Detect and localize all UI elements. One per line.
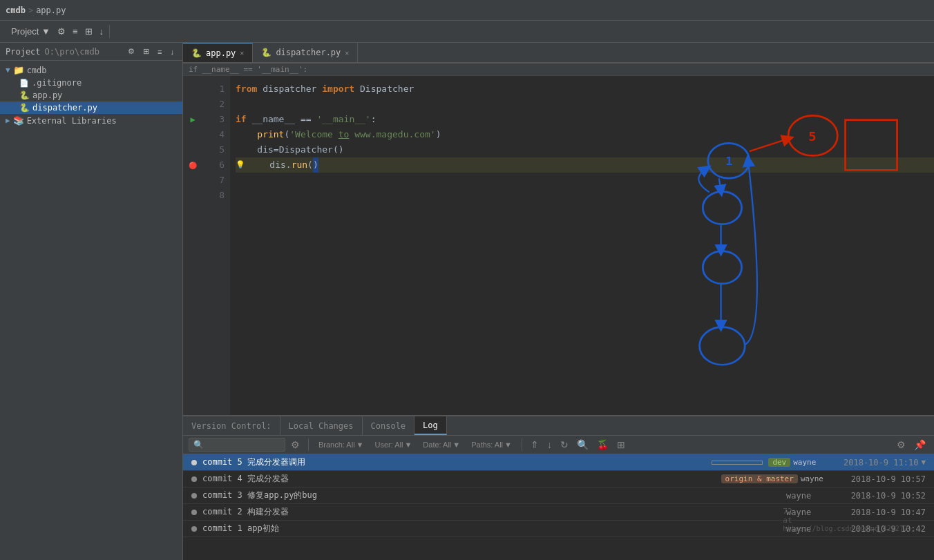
code-content[interactable]: from dispatcher import Dispatcher if __n… (230, 76, 934, 415)
log-refresh-btn[interactable]: ↻ (557, 438, 571, 452)
log-tags-0: dev wayne (768, 458, 816, 467)
log-settings-btn[interactable]: ⚙ (288, 438, 303, 452)
tab-console[interactable]: Console (363, 416, 415, 435)
log-message-2: commit 3 修复app.py的bug (202, 490, 786, 501)
breadcrumb-text: if __name__ == '__main__': (189, 65, 307, 74)
code-line-2 (236, 97, 934, 112)
tab-dispatcherpy[interactable]: 🐍 dispatcher.py ✕ (253, 43, 358, 62)
tab-icon-dispatcherpy: 🐍 (261, 48, 271, 57)
code-line-6: 💡 dis. run ( ) (236, 157, 934, 173)
sidebar-item-label-extlibs: External Libraries (27, 116, 117, 126)
code-line-7 (236, 173, 934, 188)
code-editor[interactable]: ▶ 🔴 1 2 3 4 5 6 (183, 76, 934, 415)
tag-author-1: wayne (801, 474, 823, 483)
tab-console-label: Console (371, 421, 406, 431)
sidebar-item-label-gitignore: .gitignore (32, 78, 82, 88)
log-date-3: 2018-10-9 10:47 (829, 508, 926, 517)
log-dot-4 (191, 526, 197, 532)
sidebar-item-cmdb[interactable]: ▼ 📁 cmdb (0, 64, 182, 77)
sidebar-item-gitignore[interactable]: 📄 .gitignore (0, 77, 182, 89)
sidebar-settings-btn[interactable]: ⚙ (125, 46, 137, 57)
log-pin-btn[interactable]: 📌 (911, 438, 928, 452)
code-line-3: if __name__ == '__main__' : (236, 112, 934, 127)
breadcrumb: if __name__ == '__main__': (183, 64, 934, 76)
log-date-4: 2018-10-9 10:42 (829, 524, 926, 534)
log-compare-btn[interactable]: ⊞ (614, 438, 628, 452)
log-search-input[interactable] (189, 438, 285, 452)
editor-area: 🐍 app.py ✕ 🐍 dispatcher.py ✕ if __name__… (183, 43, 934, 415)
sidebar-item-dispatcherpy[interactable]: 🐍 dispatcher.py (0, 102, 182, 114)
sidebar-tree: ▼ 📁 cmdb 📄 .gitignore 🐍 app.py 🐍 dispatc… (0, 61, 182, 560)
log-dot-2 (191, 493, 197, 499)
title-sep: > (28, 6, 33, 15)
code-line-1: from dispatcher import Dispatcher (236, 81, 934, 97)
folder-icon: ▼ (6, 66, 10, 75)
project-label: Project (11, 26, 39, 37)
main-layout: Project O:\pro\cmdb ⚙ ⊞ ≡ ↓ ▼ 📁 cmdb 📄 .… (0, 43, 934, 560)
folder-icon-ext: ▶ (6, 116, 10, 125)
tab-close-dispatcherpy[interactable]: ✕ (345, 49, 349, 57)
folder-icon-ext-main: 📚 (13, 115, 24, 126)
tab-log[interactable]: Log (414, 416, 447, 435)
sidebar-header: Project O:\pro\cmdb ⚙ ⊞ ≡ ↓ (0, 43, 182, 61)
sidebar-expand-btn[interactable]: ⊞ (140, 46, 152, 57)
folder-icon-main: 📁 (13, 65, 24, 75)
sidebar-collapse-btn[interactable]: ≡ (155, 46, 164, 57)
gutter-6: 🔴 (183, 157, 202, 173)
log-row-1[interactable]: commit 4 完成分发器 origin & master wayne 201… (183, 471, 934, 487)
log-search-btn[interactable]: 🔍 (574, 438, 591, 452)
log-message-1: commit 4 完成分发器 (202, 473, 721, 485)
log-tags-1: origin & master wayne (721, 474, 823, 483)
log-date-2: 2018-10-9 10:52 (829, 491, 926, 501)
tab-local-changes[interactable]: Local Changes (280, 416, 363, 435)
log-settings2-btn[interactable]: ⚙ (894, 438, 908, 452)
sidebar-item-label-cmdb: cmdb (27, 66, 47, 75)
log-row-3[interactable]: commit 2 构建分发器 wayne 2018-10-9 10:47 (183, 504, 934, 521)
tab-close-apppy[interactable]: ✕ (240, 49, 244, 57)
line-numbers: 1 2 3 4 5 6 7 8 (202, 76, 230, 415)
log-message-3: commit 2 构建分发器 (202, 506, 786, 518)
log-author-4: wayne (786, 524, 821, 534)
filter-user[interactable]: User: All▼ (370, 439, 416, 450)
gutter-4 (183, 127, 202, 142)
log-toolbar: ⚙ Branch: All▼ User: All▼ Date: All▼ Pat… (183, 436, 934, 454)
log-push-btn[interactable]: ⇑ (528, 438, 542, 452)
toolbar-settings[interactable]: ⚙ (55, 25, 68, 38)
ln-1: 1 (202, 81, 225, 97)
code-line-8 (236, 188, 934, 203)
log-pull-btn[interactable]: ↓ (544, 438, 555, 452)
sidebar-item-apppy[interactable]: 🐍 app.py (0, 89, 182, 102)
title-file: app.py (36, 6, 66, 15)
title-project: cmdb (6, 6, 26, 15)
sidebar: Project O:\pro\cmdb ⚙ ⊞ ≡ ↓ ▼ 📁 cmdb 📄 .… (0, 43, 183, 560)
gutter-5 (183, 142, 202, 157)
log-row-4[interactable]: commit 1 app初始 wayne 2018-10-9 10:42 (183, 521, 934, 537)
log-row-2[interactable]: commit 3 修复app.py的bug wayne 2018-10-9 10… (183, 487, 934, 504)
filter-user-label: User: All (374, 441, 403, 449)
toolbar-sep-1 (308, 438, 309, 451)
tab-vc-label: Version Control: (191, 421, 271, 431)
sidebar-path: O:\pro\cmdb (45, 47, 99, 57)
filter-paths[interactable]: Paths: All▼ (467, 439, 516, 450)
code-line-4: print ( 'Welcome to www.magedu.com' ) (236, 127, 934, 142)
log-cherry-pick-btn[interactable]: 🍒 (594, 438, 611, 452)
toolbar-menu[interactable]: ≡ (70, 25, 81, 38)
project-dropdown[interactable]: Project ▼ (8, 25, 53, 38)
filter-paths-label: Paths: All (471, 441, 503, 449)
filter-date[interactable]: Date: All▼ (419, 439, 464, 450)
sidebar-item-extlibs[interactable]: ▶ 📚 External Libraries (0, 114, 182, 127)
ln-8: 8 (202, 188, 225, 203)
sidebar-gear-btn[interactable]: ↓ (168, 46, 178, 57)
main-toolbar: Project ▼ ⚙ ≡ ⊞ ↓ (0, 21, 934, 43)
tab-apppy[interactable]: 🐍 app.py ✕ (183, 43, 253, 62)
filter-branch[interactable]: Branch: All▼ (314, 439, 368, 450)
toolbar-add[interactable]: ⊞ (82, 25, 95, 38)
log-date-1: 2018-10-9 10:57 (829, 474, 926, 484)
tab-version-control[interactable]: Version Control: (183, 416, 280, 435)
tab-lc-label: Local Changes (289, 421, 354, 431)
svg-point-6 (700, 327, 745, 365)
toolbar-down[interactable]: ↓ (97, 25, 107, 38)
sidebar-item-label-apppy: app.py (32, 90, 62, 100)
log-row-0[interactable]: commit 5 完成分发器调用 dev wayne 2018-10-9 11:… (183, 454, 934, 471)
log-author-2: wayne (786, 491, 821, 501)
